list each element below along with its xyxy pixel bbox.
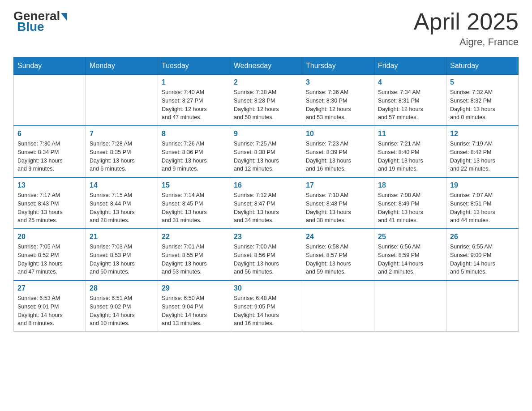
day-info: Sunrise: 6:53 AMSunset: 9:01 PMDaylight:… [17, 294, 82, 328]
calendar-cell [374, 280, 446, 332]
day-number: 16 [234, 181, 298, 189]
day-info: Sunrise: 7:38 AMSunset: 8:28 PMDaylight:… [234, 88, 298, 122]
calendar-cell: 16Sunrise: 7:12 AMSunset: 8:47 PMDayligh… [230, 177, 302, 229]
calendar-cell: 3Sunrise: 7:36 AMSunset: 8:30 PMDaylight… [302, 75, 374, 126]
day-info: Sunrise: 7:14 AMSunset: 8:45 PMDaylight:… [162, 191, 226, 225]
calendar-cell: 8Sunrise: 7:26 AMSunset: 8:36 PMDaylight… [158, 126, 230, 177]
day-number: 29 [162, 284, 226, 292]
calendar-cell: 22Sunrise: 7:01 AMSunset: 8:55 PMDayligh… [158, 229, 230, 280]
calendar-cell [302, 280, 374, 332]
calendar-cell: 14Sunrise: 7:15 AMSunset: 8:44 PMDayligh… [86, 177, 158, 229]
calendar-cell: 29Sunrise: 6:50 AMSunset: 9:04 PMDayligh… [158, 280, 230, 332]
day-number: 6 [17, 130, 82, 138]
day-number: 9 [234, 130, 298, 138]
calendar-cell [14, 75, 86, 126]
day-number: 2 [234, 78, 298, 86]
calendar-cell: 17Sunrise: 7:10 AMSunset: 8:48 PMDayligh… [302, 177, 374, 229]
calendar-cell: 20Sunrise: 7:05 AMSunset: 8:52 PMDayligh… [14, 229, 86, 280]
day-of-week-header: Sunday [14, 57, 86, 75]
day-info: Sunrise: 7:28 AMSunset: 8:35 PMDaylight:… [90, 140, 154, 173]
title-section: April 2025 Aigre, France [414, 9, 519, 48]
day-info: Sunrise: 6:48 AMSunset: 9:05 PMDaylight:… [234, 294, 298, 328]
day-info: Sunrise: 7:08 AMSunset: 8:49 PMDaylight:… [378, 191, 442, 225]
day-number: 21 [90, 233, 154, 241]
calendar-cell: 2Sunrise: 7:38 AMSunset: 8:28 PMDaylight… [230, 75, 302, 126]
day-info: Sunrise: 7:34 AMSunset: 8:31 PMDaylight:… [378, 88, 442, 122]
day-number: 18 [378, 181, 442, 189]
day-info: Sunrise: 6:56 AMSunset: 8:59 PMDaylight:… [378, 243, 442, 276]
day-of-week-header: Friday [374, 57, 446, 75]
day-info: Sunrise: 6:58 AMSunset: 8:57 PMDaylight:… [306, 243, 370, 276]
calendar-table: SundayMondayTuesdayWednesdayThursdayFrid… [13, 57, 519, 332]
day-number: 5 [450, 78, 515, 86]
calendar-header-row: SundayMondayTuesdayWednesdayThursdayFrid… [14, 57, 519, 75]
calendar-cell: 30Sunrise: 6:48 AMSunset: 9:05 PMDayligh… [230, 280, 302, 332]
day-number: 11 [378, 130, 442, 138]
day-info: Sunrise: 7:05 AMSunset: 8:52 PMDaylight:… [17, 243, 82, 276]
day-number: 17 [306, 181, 370, 189]
day-info: Sunrise: 7:25 AMSunset: 8:38 PMDaylight:… [234, 140, 298, 173]
day-info: Sunrise: 7:15 AMSunset: 8:44 PMDaylight:… [90, 191, 154, 225]
day-number: 1 [162, 78, 226, 86]
day-info: Sunrise: 6:55 AMSunset: 9:00 PMDaylight:… [450, 243, 515, 276]
day-info: Sunrise: 6:50 AMSunset: 9:04 PMDaylight:… [162, 294, 226, 328]
day-of-week-header: Wednesday [230, 57, 302, 75]
day-info: Sunrise: 7:10 AMSunset: 8:48 PMDaylight:… [306, 191, 370, 225]
calendar-week-row: 6Sunrise: 7:30 AMSunset: 8:34 PMDaylight… [14, 126, 519, 177]
calendar-cell [86, 75, 158, 126]
calendar-cell: 19Sunrise: 7:07 AMSunset: 8:51 PMDayligh… [446, 177, 519, 229]
day-info: Sunrise: 7:07 AMSunset: 8:51 PMDaylight:… [450, 191, 515, 225]
calendar-cell: 25Sunrise: 6:56 AMSunset: 8:59 PMDayligh… [374, 229, 446, 280]
calendar-week-row: 1Sunrise: 7:40 AMSunset: 8:27 PMDaylight… [14, 75, 519, 126]
day-number: 22 [162, 233, 226, 241]
logo-arrow-icon [61, 13, 67, 21]
calendar-cell: 12Sunrise: 7:19 AMSunset: 8:42 PMDayligh… [446, 126, 519, 177]
calendar-cell: 10Sunrise: 7:23 AMSunset: 8:39 PMDayligh… [302, 126, 374, 177]
calendar-week-row: 20Sunrise: 7:05 AMSunset: 8:52 PMDayligh… [14, 229, 519, 280]
day-number: 28 [90, 284, 154, 292]
day-of-week-header: Saturday [446, 57, 519, 75]
day-of-week-header: Thursday [302, 57, 374, 75]
day-of-week-header: Monday [86, 57, 158, 75]
calendar-cell: 26Sunrise: 6:55 AMSunset: 9:00 PMDayligh… [446, 229, 519, 280]
day-of-week-header: Tuesday [158, 57, 230, 75]
day-info: Sunrise: 7:21 AMSunset: 8:40 PMDaylight:… [378, 140, 442, 173]
calendar-cell: 24Sunrise: 6:58 AMSunset: 8:57 PMDayligh… [302, 229, 374, 280]
calendar-cell: 21Sunrise: 7:03 AMSunset: 8:53 PMDayligh… [86, 229, 158, 280]
day-number: 15 [162, 181, 226, 189]
calendar-cell: 7Sunrise: 7:28 AMSunset: 8:35 PMDaylight… [86, 126, 158, 177]
calendar-cell: 23Sunrise: 7:00 AMSunset: 8:56 PMDayligh… [230, 229, 302, 280]
day-info: Sunrise: 7:00 AMSunset: 8:56 PMDaylight:… [234, 243, 298, 276]
day-number: 26 [450, 233, 515, 241]
day-number: 8 [162, 130, 226, 138]
calendar-cell: 1Sunrise: 7:40 AMSunset: 8:27 PMDaylight… [158, 75, 230, 126]
day-info: Sunrise: 7:32 AMSunset: 8:32 PMDaylight:… [450, 88, 515, 122]
day-info: Sunrise: 7:03 AMSunset: 8:53 PMDaylight:… [90, 243, 154, 276]
calendar-cell: 11Sunrise: 7:21 AMSunset: 8:40 PMDayligh… [374, 126, 446, 177]
calendar-cell: 18Sunrise: 7:08 AMSunset: 8:49 PMDayligh… [374, 177, 446, 229]
logo: General Blue [13, 9, 67, 34]
day-info: Sunrise: 7:36 AMSunset: 8:30 PMDaylight:… [306, 88, 370, 122]
calendar-cell: 13Sunrise: 7:17 AMSunset: 8:43 PMDayligh… [14, 177, 86, 229]
day-number: 3 [306, 78, 370, 86]
calendar-cell: 15Sunrise: 7:14 AMSunset: 8:45 PMDayligh… [158, 177, 230, 229]
calendar-cell: 4Sunrise: 7:34 AMSunset: 8:31 PMDaylight… [374, 75, 446, 126]
page-header: General Blue April 2025 Aigre, France [13, 9, 519, 48]
day-number: 25 [378, 233, 442, 241]
calendar-week-row: 13Sunrise: 7:17 AMSunset: 8:43 PMDayligh… [14, 177, 519, 229]
day-info: Sunrise: 7:01 AMSunset: 8:55 PMDaylight:… [162, 243, 226, 276]
calendar-cell [446, 280, 519, 332]
calendar-cell: 28Sunrise: 6:51 AMSunset: 9:02 PMDayligh… [86, 280, 158, 332]
day-info: Sunrise: 7:30 AMSunset: 8:34 PMDaylight:… [17, 140, 82, 173]
day-number: 19 [450, 181, 515, 189]
day-number: 12 [450, 130, 515, 138]
day-number: 20 [17, 233, 82, 241]
calendar-cell: 6Sunrise: 7:30 AMSunset: 8:34 PMDaylight… [14, 126, 86, 177]
day-number: 30 [234, 284, 298, 292]
day-info: Sunrise: 7:40 AMSunset: 8:27 PMDaylight:… [162, 88, 226, 122]
day-info: Sunrise: 7:26 AMSunset: 8:36 PMDaylight:… [162, 140, 226, 173]
logo-blue-text: Blue [15, 20, 44, 34]
calendar-cell: 5Sunrise: 7:32 AMSunset: 8:32 PMDaylight… [446, 75, 519, 126]
day-info: Sunrise: 7:23 AMSunset: 8:39 PMDaylight:… [306, 140, 370, 173]
day-info: Sunrise: 7:19 AMSunset: 8:42 PMDaylight:… [450, 140, 515, 173]
